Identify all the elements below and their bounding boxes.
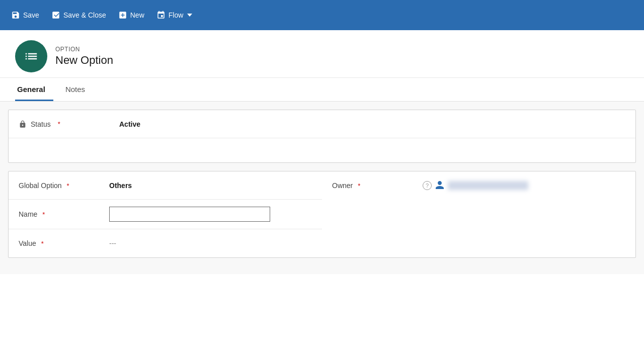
save-close-label: Save & Close: [63, 11, 106, 19]
global-option-row: Global Option * Others: [9, 171, 322, 200]
save-close-icon: [51, 11, 60, 20]
global-option-label-text: Global Option: [19, 182, 62, 190]
name-label-text: Name: [19, 210, 37, 218]
new-label: New: [130, 11, 144, 19]
flow-icon: [156, 11, 166, 20]
owner-value-wrap: ?: [423, 180, 625, 192]
person-icon: [435, 180, 445, 192]
tab-notes[interactable]: Notes: [63, 78, 93, 101]
owner-row: Owner * ?: [322, 171, 635, 200]
entity-header: OPTION New Option: [0, 30, 644, 78]
owner-help-icon[interactable]: ?: [423, 181, 432, 190]
global-option-required: *: [67, 182, 69, 190]
value-label: Value *: [19, 239, 109, 247]
status-spacer: [9, 138, 635, 162]
lock-icon: [19, 120, 27, 128]
content-area: Status * Active Global Option * Others: [0, 102, 644, 274]
new-icon: [118, 11, 127, 20]
value-row: Value * ---: [9, 229, 322, 257]
new-button[interactable]: New: [113, 8, 149, 23]
entity-avatar: [15, 40, 47, 72]
left-column: Global Option * Others Name *: [9, 171, 322, 257]
status-label-text: Status: [31, 120, 51, 128]
toolbar: Save Save & Close New Flow: [0, 0, 644, 30]
form-grid: Global Option * Others Name *: [9, 171, 635, 257]
name-required: *: [42, 211, 45, 218]
owner-label: Owner *: [332, 182, 423, 190]
tab-notes-label: Notes: [65, 85, 85, 94]
global-option-value: Others: [109, 182, 132, 190]
global-option-value-wrap: Others: [109, 182, 312, 190]
value-label-text: Value: [19, 239, 36, 247]
global-option-label: Global Option *: [19, 182, 109, 190]
save-label: Save: [23, 11, 39, 19]
owner-required: *: [358, 182, 360, 190]
flow-chevron-icon: [187, 14, 192, 17]
owner-label-text: Owner: [332, 182, 353, 190]
flow-label: Flow: [169, 11, 184, 19]
owner-field: ?: [423, 180, 528, 192]
fields-section: Global Option * Others Name *: [8, 171, 636, 258]
entity-list-icon: [24, 49, 39, 64]
right-column: Owner * ?: [322, 171, 635, 257]
status-required: *: [58, 120, 60, 128]
save-close-button[interactable]: Save & Close: [46, 8, 111, 23]
value-placeholder: ---: [109, 239, 116, 247]
status-label-group: Status *: [19, 120, 119, 128]
value-required: *: [41, 240, 44, 247]
status-value: Active: [119, 120, 140, 128]
tabs-bar: General Notes: [0, 78, 644, 102]
entity-title-group: OPTION New Option: [55, 46, 113, 67]
name-input[interactable]: [109, 207, 270, 222]
save-button[interactable]: Save: [6, 8, 44, 23]
entity-type-label: OPTION: [55, 46, 113, 53]
owner-name-blurred: [448, 181, 528, 190]
status-section: Status * Active: [8, 110, 636, 163]
status-row: Status * Active: [9, 110, 635, 138]
entity-name-label: New Option: [55, 54, 113, 67]
value-input-wrap: ---: [109, 239, 312, 247]
name-input-wrap: [109, 207, 312, 222]
tab-general[interactable]: General: [15, 78, 53, 101]
save-icon: [11, 11, 20, 20]
tab-general-label: General: [17, 85, 45, 94]
name-label: Name *: [19, 210, 109, 218]
name-row: Name *: [9, 200, 322, 229]
flow-button[interactable]: Flow: [151, 8, 198, 23]
